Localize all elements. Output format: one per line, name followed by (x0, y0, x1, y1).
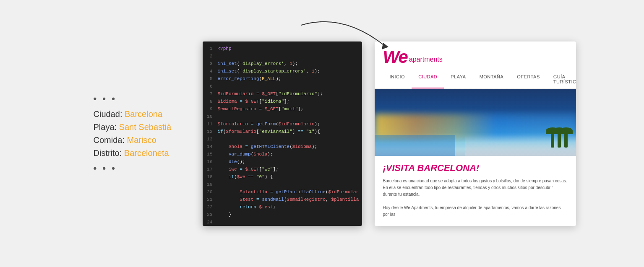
playa-label: Playa: (94, 122, 119, 132)
nav-inicio[interactable]: INICIO (383, 71, 412, 88)
left-panel: • • • Ciudad: Barcelona Playa: Sant Seba… (68, 92, 203, 176)
nav-guia[interactable]: GUÍA TURÍSTICA (547, 71, 576, 88)
code-panel: 12345 678910 1112131415 1617181920 21222… (203, 41, 362, 226)
site-header: We apartments INICIO CIUDAD PLAYA MONTAÑ… (375, 41, 576, 89)
info-distrito: Distrito: Barceloneta (94, 148, 169, 158)
comida-value: Marisco (127, 135, 156, 145)
code-lines: <?php ini_set('display_errors', 1); ini_… (216, 41, 362, 226)
site-hero-image (375, 89, 576, 156)
info-comida: Comida: Marisco (94, 135, 156, 145)
site-page-title: ¡VISITA BARCELONA! (383, 163, 568, 174)
site-nav: INICIO CIUDAD PLAYA MONTAÑA OFERTAS GUÍA… (383, 71, 568, 88)
distrito-label: Distrito: (94, 148, 124, 158)
nav-playa[interactable]: PLAYA (444, 71, 472, 88)
site-logo: We apartments (383, 48, 568, 66)
line-numbers: 12345 678910 1112131415 1617181920 21222… (203, 41, 216, 226)
site-page-text: Barcelona es una ciudad que se adapta a … (383, 178, 568, 218)
info-ciudad: Ciudad: Barcelona (94, 109, 163, 119)
dots-top: • • • (94, 93, 117, 104)
nav-ofertas[interactable]: OFERTAS (510, 71, 546, 88)
ciudad-label: Ciudad: (94, 109, 125, 119)
page-text-paragraph1: Barcelona es una ciudad que se adapta a … (383, 179, 567, 197)
logo-apartments: apartments (409, 56, 443, 63)
website-panel: We apartments INICIO CIUDAD PLAYA MONTAÑ… (375, 41, 576, 226)
distrito-value: Barceloneta (124, 148, 169, 158)
dots-bottom: • • • (94, 163, 117, 174)
nav-ciudad[interactable]: CIUDAD (412, 71, 444, 88)
info-playa: Playa: Sant Sebastià (94, 122, 172, 132)
playa-value: Sant Sebastià (119, 122, 172, 132)
page-text-paragraph2: Hoy desde We Apartments, tu empresa de a… (383, 205, 561, 217)
comida-label: Comida: (94, 135, 127, 145)
nav-montana[interactable]: MONTAÑA (473, 71, 511, 88)
main-container: • • • Ciudad: Barcelona Playa: Sant Seba… (0, 0, 644, 267)
ciudad-value: Barcelona (125, 109, 162, 119)
site-content: ¡VISITA BARCELONA! Barcelona es una ciud… (375, 156, 576, 225)
